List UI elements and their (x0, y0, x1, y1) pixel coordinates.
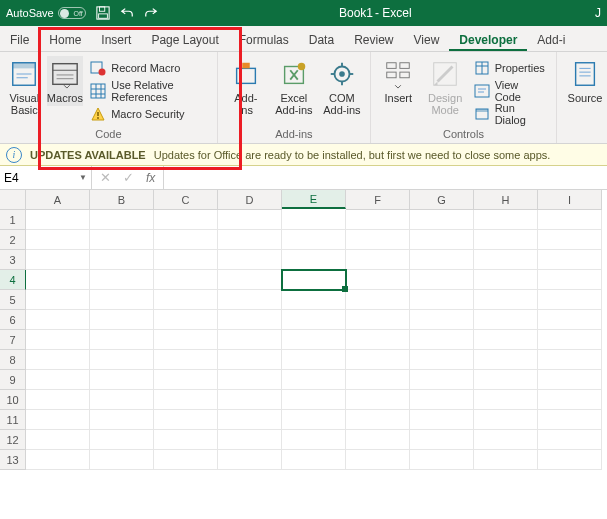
view-code-button[interactable]: View Code (471, 81, 550, 101)
cell[interactable] (346, 370, 410, 390)
tab-view[interactable]: View (404, 28, 450, 51)
cell[interactable] (410, 430, 474, 450)
cell[interactable] (410, 230, 474, 250)
cell[interactable] (26, 270, 90, 290)
cell[interactable] (26, 290, 90, 310)
cell[interactable] (154, 350, 218, 370)
cell[interactable] (218, 290, 282, 310)
cell[interactable] (26, 330, 90, 350)
row-header[interactable]: 10 (0, 390, 26, 410)
cell[interactable] (346, 230, 410, 250)
cell[interactable] (26, 210, 90, 230)
cell[interactable] (154, 410, 218, 430)
autosave-toggle[interactable]: AutoSave Off (6, 7, 86, 19)
com-addins-button[interactable]: COM Add-ins (320, 56, 364, 118)
cell[interactable] (474, 290, 538, 310)
cell[interactable] (538, 430, 602, 450)
cell[interactable] (346, 390, 410, 410)
cell[interactable] (90, 290, 154, 310)
run-dialog-button[interactable]: Run Dialog (471, 104, 550, 124)
cell[interactable] (410, 270, 474, 290)
column-header[interactable]: C (154, 190, 218, 210)
cell[interactable] (218, 430, 282, 450)
select-all-corner[interactable] (0, 190, 26, 210)
cell[interactable] (90, 370, 154, 390)
cell[interactable] (538, 370, 602, 390)
cell[interactable] (538, 250, 602, 270)
cell[interactable] (218, 410, 282, 430)
cell[interactable] (474, 390, 538, 410)
cell[interactable] (474, 310, 538, 330)
cell[interactable] (474, 410, 538, 430)
cell[interactable] (90, 430, 154, 450)
redo-icon[interactable] (144, 6, 158, 20)
row-header[interactable]: 13 (0, 450, 26, 470)
column-header[interactable]: D (218, 190, 282, 210)
column-header[interactable]: G (410, 190, 474, 210)
cell[interactable] (538, 450, 602, 470)
row-header[interactable]: 12 (0, 430, 26, 450)
cell[interactable] (218, 450, 282, 470)
cell[interactable] (538, 310, 602, 330)
row-header[interactable]: 1 (0, 210, 26, 230)
cell[interactable] (346, 290, 410, 310)
cell[interactable] (282, 350, 346, 370)
cell[interactable] (346, 410, 410, 430)
cell[interactable] (218, 390, 282, 410)
cell[interactable] (154, 290, 218, 310)
cell[interactable] (474, 270, 538, 290)
cell[interactable] (90, 330, 154, 350)
cell[interactable] (90, 350, 154, 370)
row-header[interactable]: 7 (0, 330, 26, 350)
column-header[interactable]: F (346, 190, 410, 210)
tab-addi[interactable]: Add-i (527, 28, 575, 51)
visual-basic-button[interactable]: Visual Basic (6, 56, 43, 118)
tab-developer[interactable]: Developer (449, 28, 527, 51)
cell[interactable] (26, 230, 90, 250)
undo-icon[interactable] (120, 6, 134, 20)
cell[interactable] (90, 390, 154, 410)
cell[interactable] (26, 350, 90, 370)
cell[interactable] (538, 350, 602, 370)
excel-addins-button[interactable]: Excel Add-ins (272, 56, 316, 118)
tab-pagelayout[interactable]: Page Layout (141, 28, 228, 51)
cell[interactable] (474, 210, 538, 230)
cell[interactable] (26, 390, 90, 410)
cell[interactable] (410, 410, 474, 430)
cell[interactable] (154, 330, 218, 350)
cell[interactable] (282, 410, 346, 430)
cell[interactable] (90, 410, 154, 430)
cell[interactable] (282, 250, 346, 270)
cell[interactable] (346, 330, 410, 350)
tab-file[interactable]: File (0, 28, 39, 51)
cell[interactable] (538, 410, 602, 430)
cell[interactable] (538, 230, 602, 250)
row-header[interactable]: 3 (0, 250, 26, 270)
cell[interactable] (282, 390, 346, 410)
cell[interactable] (346, 310, 410, 330)
cell[interactable] (410, 350, 474, 370)
cell[interactable] (154, 390, 218, 410)
row-header[interactable]: 2 (0, 230, 26, 250)
cell[interactable] (154, 450, 218, 470)
name-box-input[interactable] (4, 171, 64, 185)
cell[interactable] (346, 250, 410, 270)
design-mode-button[interactable]: Design Mode (424, 56, 467, 118)
cell[interactable] (410, 310, 474, 330)
column-header[interactable]: E (282, 190, 346, 209)
cell[interactable] (538, 210, 602, 230)
tab-review[interactable]: Review (344, 28, 403, 51)
tab-data[interactable]: Data (299, 28, 344, 51)
cell[interactable] (154, 430, 218, 450)
record-macro-button[interactable]: Record Macro (87, 58, 211, 78)
cell[interactable] (474, 430, 538, 450)
save-icon[interactable] (96, 6, 110, 20)
cell[interactable] (282, 310, 346, 330)
cell[interactable] (282, 330, 346, 350)
cell[interactable] (218, 230, 282, 250)
tab-insert[interactable]: Insert (91, 28, 141, 51)
macros-button[interactable]: Macros (47, 56, 84, 106)
cell[interactable] (346, 350, 410, 370)
row-header[interactable]: 5 (0, 290, 26, 310)
cell[interactable] (154, 230, 218, 250)
